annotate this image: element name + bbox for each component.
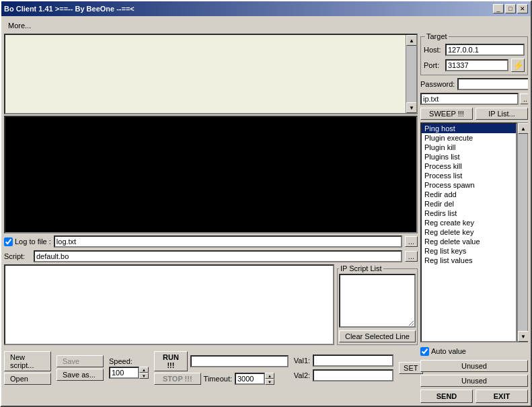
val1-label: Val1:	[294, 357, 310, 365]
val1-input[interactable]	[190, 355, 289, 367]
sweep-button[interactable]: SWEEP !!!	[420, 108, 473, 120]
command-item[interactable]: Reg delete value	[422, 237, 516, 246]
close-button[interactable]: ✕	[517, 4, 528, 13]
port-label: Port:	[424, 61, 443, 69]
log-checkbox-label[interactable]: Log to file :	[4, 237, 51, 246]
command-item[interactable]: Reg create key	[422, 218, 516, 227]
command-item[interactable]: Process kill	[422, 161, 516, 171]
command-item[interactable]: Process list	[422, 171, 516, 180]
speed-spinner: ▲ ▼	[109, 367, 149, 379]
command-item[interactable]: Reg list values	[422, 256, 516, 265]
main-window: Bo Client 1.41 >==-- By BeeOne --==< _ □…	[0, 0, 532, 407]
speed-arrows: ▲ ▼	[139, 367, 149, 379]
cmd-scroll-track	[518, 134, 527, 331]
connect-button[interactable]: ⚡	[511, 59, 525, 72]
speed-label: Speed:	[109, 357, 149, 365]
cmd-scroll-up[interactable]: ▲	[518, 123, 528, 134]
timeout-arrows: ▲ ▼	[265, 373, 274, 385]
ip-script-list-label: IP Script List	[339, 264, 383, 272]
password-input[interactable]	[457, 78, 528, 90]
cmd-scroll-down[interactable]: ▼	[518, 331, 528, 342]
speed-down-arrow[interactable]: ▼	[139, 373, 149, 379]
save-as-button[interactable]: Save as...	[56, 369, 104, 381]
scroll-down-arrow[interactable]: ▼	[406, 102, 417, 113]
log-browse-button[interactable]: ...	[405, 236, 418, 247]
output-scrollbar: ▲ ▼	[406, 35, 416, 113]
speed-section: Speed: ▲ ▼	[109, 357, 149, 379]
stop-button[interactable]: STOP !!!	[154, 373, 201, 385]
val1-row: Val1:	[294, 355, 393, 367]
speed-input[interactable]	[109, 367, 139, 379]
val1-field[interactable]	[313, 355, 393, 367]
script-actions: New script... Open	[4, 351, 51, 385]
ip-script-list[interactable]	[339, 274, 416, 328]
save-button[interactable]: Save	[56, 355, 104, 367]
script-label: Script:	[4, 252, 31, 260]
more-menu[interactable]: More...	[4, 20, 35, 31]
command-item[interactable]: Process spawn	[422, 180, 516, 190]
script-section: Log to file : ... Script: ...	[4, 235, 418, 345]
auto-value-checkbox[interactable]	[420, 347, 429, 356]
timeout-spinner: ▲ ▼	[235, 373, 274, 385]
script-file-input[interactable]	[34, 250, 402, 262]
script-browse-button[interactable]: ...	[405, 251, 418, 262]
unused-button-2[interactable]: Unused	[420, 375, 528, 387]
script-row: Script: ...	[4, 250, 418, 263]
run-button[interactable]: RUN !!!	[154, 351, 188, 371]
clear-line-button[interactable]: Clear Selected Line	[339, 330, 416, 342]
target-label: Target	[425, 34, 449, 40]
ip-file-browse-button[interactable]: ...	[520, 94, 528, 104]
speed-up-arrow[interactable]: ▲	[139, 367, 149, 373]
timeout-up-arrow[interactable]: ▲	[265, 373, 274, 379]
val2-field[interactable]	[313, 369, 393, 381]
command-item[interactable]: Redir add	[422, 190, 516, 199]
auto-value-label[interactable]: Auto value	[420, 347, 466, 356]
minimize-button[interactable]: _	[493, 4, 504, 13]
auto-value-row: Auto value	[420, 345, 528, 357]
command-item[interactable]: Redir del	[422, 199, 516, 209]
command-item[interactable]: Redirs list	[422, 209, 516, 218]
val-section: Val1: Val2:	[294, 355, 393, 381]
right-panel: Target Host: Port: ⚡ Password:	[420, 34, 528, 403]
command-item[interactable]: Plugin execute	[422, 133, 516, 143]
command-item[interactable]: Plugins list	[422, 152, 516, 161]
stop-row: STOP !!! Timeout: ▲ ▼	[154, 373, 289, 385]
log-checkbox[interactable]	[4, 237, 13, 246]
new-script-button[interactable]: New script...	[4, 351, 51, 371]
timeout-row: Timeout: ▲ ▼	[204, 373, 274, 385]
host-label: Host:	[424, 46, 443, 54]
commands-list[interactable]: Ping hostPlugin executePlugin killPlugin…	[420, 122, 517, 342]
host-input[interactable]	[445, 44, 525, 56]
command-item[interactable]: Ping host	[422, 124, 516, 133]
command-item[interactable]: Reg list keys	[422, 246, 516, 256]
left-panel: ▲ ▼ Log to file :	[4, 34, 418, 403]
window-title: Bo Client 1.41 >==-- By BeeOne --==<	[4, 5, 135, 13]
set-button[interactable]: SET	[399, 362, 422, 374]
unused-button-1[interactable]: Unused	[420, 360, 528, 372]
title-bar: Bo Client 1.41 >==-- By BeeOne --==< _ □…	[1, 1, 531, 16]
ip-list-button[interactable]: IP List...	[476, 108, 528, 120]
script-editor[interactable]	[4, 264, 334, 345]
timeout-down-arrow[interactable]: ▼	[265, 379, 274, 385]
command-item[interactable]: Reg delete key	[422, 227, 516, 237]
port-row: Port: ⚡	[424, 59, 525, 72]
sweep-row: SWEEP !!! IP List...	[420, 108, 528, 120]
ip-file-input[interactable]	[420, 93, 519, 105]
command-item[interactable]: Plugin kill	[422, 143, 516, 152]
window-body: More... ▲ ▼	[1, 16, 531, 406]
maximize-button[interactable]: □	[505, 4, 516, 13]
exit-button[interactable]: EXIT	[476, 390, 528, 403]
log-file-input[interactable]	[54, 235, 402, 248]
open-button[interactable]: Open	[4, 373, 51, 385]
run-row: RUN !!!	[154, 351, 289, 371]
main-area: ▲ ▼ Log to file :	[4, 34, 528, 403]
scroll-up-arrow[interactable]: ▲	[406, 35, 417, 46]
timeout-input[interactable]	[235, 373, 265, 385]
send-button[interactable]: SEND	[420, 390, 473, 403]
menu-bar: More...	[4, 19, 528, 32]
output-area: ▲ ▼	[4, 34, 418, 114]
port-input[interactable]	[445, 59, 508, 71]
commands-container: Ping hostPlugin executePlugin killPlugin…	[420, 122, 528, 342]
val2-row: Val2:	[294, 369, 393, 381]
val2-label: Val2:	[294, 371, 310, 379]
